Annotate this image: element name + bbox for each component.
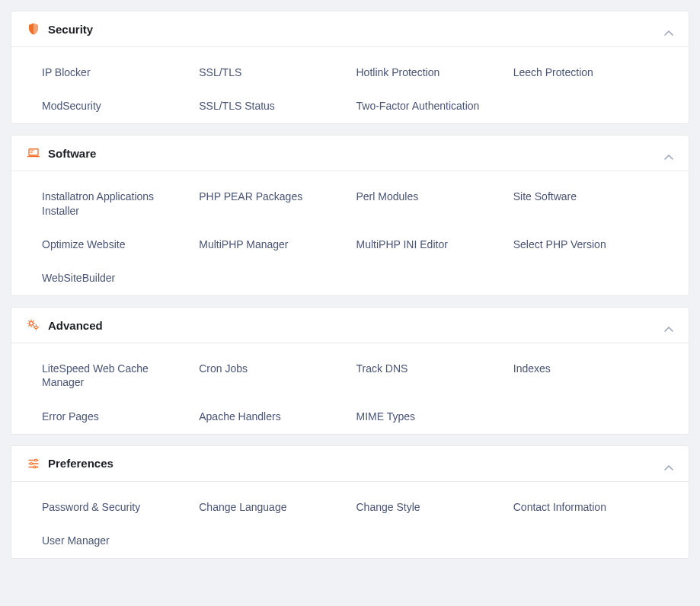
links-grid: Password & Security Change Language Chan… xyxy=(42,500,658,547)
panel-header-security[interactable]: Security xyxy=(11,11,689,47)
link-mime-types[interactable]: MIME Types xyxy=(356,410,486,423)
panel-advanced: Advanced LiteSpeed Web Cache Manager Cro… xyxy=(11,307,689,435)
links-grid: LiteSpeed Web Cache Manager Cron Jobs Tr… xyxy=(42,362,658,423)
link-contact-information[interactable]: Contact Information xyxy=(513,500,643,514)
panel-body: IP Blocker SSL/TLS Hotlink Protection Le… xyxy=(11,47,689,123)
panel-title: Security xyxy=(48,23,664,36)
links-grid: Installatron Applications Installer PHP … xyxy=(42,190,658,285)
link-user-manager[interactable]: User Manager xyxy=(42,534,171,547)
svg-point-5 xyxy=(34,466,36,468)
link-perl-modules[interactable]: Perl Modules xyxy=(356,190,486,217)
svg-point-1 xyxy=(30,321,34,325)
panel-header-preferences[interactable]: Preferences xyxy=(11,446,689,482)
panel-body: Installatron Applications Installer PHP … xyxy=(11,171,689,295)
link-litespeed-cache[interactable]: LiteSpeed Web Cache Manager xyxy=(42,362,171,389)
link-apache-handlers[interactable]: Apache Handlers xyxy=(199,410,328,423)
gears-icon xyxy=(27,318,40,332)
link-indexes[interactable]: Indexes xyxy=(513,362,643,389)
panel-preferences: Preferences Password & Security Change L… xyxy=(11,445,689,559)
panel-body: Password & Security Change Language Chan… xyxy=(11,482,689,558)
sliders-icon xyxy=(27,457,40,470)
panel-security: Security IP Blocker SSL/TLS Hotlink Prot… xyxy=(11,11,689,124)
link-ssl-tls[interactable]: SSL/TLS xyxy=(199,65,328,79)
chevron-up-icon xyxy=(664,461,673,467)
svg-point-2 xyxy=(35,326,38,329)
svg-rect-0 xyxy=(29,149,38,155)
link-track-dns[interactable]: Track DNS xyxy=(356,362,486,389)
chevron-up-icon xyxy=(664,26,673,32)
shield-icon xyxy=(27,22,40,36)
link-ip-blocker[interactable]: IP Blocker xyxy=(42,65,171,79)
link-installatron[interactable]: Installatron Applications Installer xyxy=(42,190,171,217)
svg-point-4 xyxy=(30,462,33,464)
panel-software: Software Installatron Applications Insta… xyxy=(11,135,689,296)
link-select-php-version[interactable]: Select PHP Version xyxy=(513,238,643,251)
chevron-up-icon xyxy=(664,322,673,328)
link-php-pear[interactable]: PHP PEAR Packages xyxy=(199,190,328,217)
panel-title: Advanced xyxy=(48,319,664,332)
link-leech-protection[interactable]: Leech Protection xyxy=(513,65,643,79)
link-hotlink-protection[interactable]: Hotlink Protection xyxy=(356,65,486,79)
panel-title: Preferences xyxy=(48,457,664,470)
chevron-up-icon xyxy=(664,150,673,156)
panel-header-advanced[interactable]: Advanced xyxy=(11,308,689,343)
link-password-security[interactable]: Password & Security xyxy=(42,500,171,514)
link-error-pages[interactable]: Error Pages xyxy=(42,410,171,423)
link-optimize-website[interactable]: Optimize Website xyxy=(42,238,171,251)
link-two-factor-auth[interactable]: Two-Factor Authentication xyxy=(356,99,486,113)
laptop-icon xyxy=(27,146,40,160)
panel-title: Software xyxy=(48,147,664,160)
svg-point-3 xyxy=(35,459,37,461)
links-grid: IP Blocker SSL/TLS Hotlink Protection Le… xyxy=(42,65,658,113)
link-multiphp-manager[interactable]: MultiPHP Manager xyxy=(199,238,328,251)
panel-body: LiteSpeed Web Cache Manager Cron Jobs Tr… xyxy=(11,343,689,434)
link-change-language[interactable]: Change Language xyxy=(199,500,328,514)
link-ssl-tls-status[interactable]: SSL/TLS Status xyxy=(199,99,328,113)
link-site-software[interactable]: Site Software xyxy=(513,190,643,217)
panel-header-software[interactable]: Software xyxy=(11,136,689,171)
link-cron-jobs[interactable]: Cron Jobs xyxy=(199,362,328,389)
link-change-style[interactable]: Change Style xyxy=(356,500,486,514)
link-modsecurity[interactable]: ModSecurity xyxy=(42,99,171,113)
link-websitebuilder[interactable]: WebSiteBuilder xyxy=(42,271,171,285)
link-multiphp-ini[interactable]: MultiPHP INI Editor xyxy=(356,238,486,251)
